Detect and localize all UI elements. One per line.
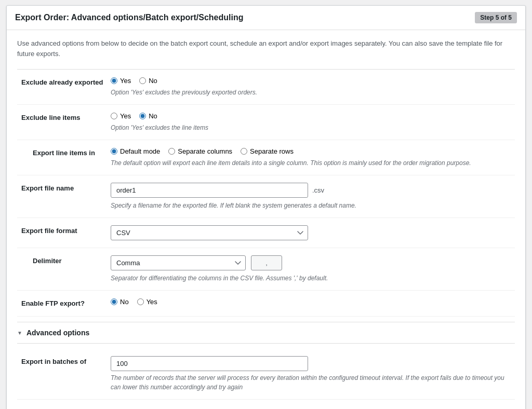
exclude-line-items-row: Exclude line items Yes No Option 'Yes' e… <box>17 105 515 140</box>
export-file-name-label: Export file name <box>17 183 111 192</box>
export-line-items-separate-rows[interactable]: Separate rows <box>241 147 294 155</box>
export-line-items-control: Default mode Separate columns Separate r… <box>111 147 515 168</box>
file-extension-suffix: .csv <box>312 186 324 194</box>
form-section: Exclude already exported Yes No Option '… <box>17 69 515 317</box>
export-batches-row: Export in batches of The number of recor… <box>17 349 515 400</box>
exclude-already-exported-no[interactable]: No <box>139 77 157 85</box>
export-line-items-row: Export line items in Default mode Separa… <box>17 140 515 175</box>
delimiter-label: Delimiter <box>17 255 111 265</box>
exclude-line-items-label: Exclude line items <box>17 112 111 121</box>
description-text: Use advanced options from below to decid… <box>17 38 515 59</box>
step-badge: Step 5 of 5 <box>475 12 517 23</box>
export-file-format-row: Export file format CSV Excel JSON XML <box>17 218 515 248</box>
exclude-already-exported-label: Exclude already exported <box>17 77 111 86</box>
export-file-format-control: CSV Excel JSON XML <box>111 225 515 240</box>
exclude-already-exported-row: Exclude already exported Yes No Option '… <box>17 70 515 105</box>
export-file-name-control: .csv Specify a filename for the exported… <box>111 183 515 210</box>
exclude-line-items-no[interactable]: No <box>139 112 157 120</box>
enable-ftp-export-row: Enable FTP export? No Yes <box>17 291 515 317</box>
export-line-items-label: Export line items in <box>17 147 111 157</box>
export-batches-control: The number of records that the server wi… <box>111 356 515 392</box>
file-name-input-group: .csv <box>111 183 515 198</box>
advanced-options-title: Advanced options <box>26 329 89 337</box>
exclude-already-exported-hint: Option 'Yes' excludes the previously exp… <box>111 88 515 97</box>
enable-ftp-export-control: No Yes <box>111 298 515 309</box>
export-modal: Export Order: Advanced options/Batch exp… <box>6 5 526 409</box>
exclude-line-items-options: Yes No <box>111 112 515 120</box>
advanced-content: Export in batches of The number of recor… <box>17 343 515 405</box>
enable-ftp-export-label: Enable FTP export? <box>17 298 111 307</box>
export-file-format-label: Export file format <box>17 225 111 235</box>
delimiter-preview-input <box>251 255 282 270</box>
modal-header: Export Order: Advanced options/Batch exp… <box>7 6 525 30</box>
delimiter-input-group: Comma Semicolon Tab Pipe <box>111 255 515 270</box>
export-batches-input[interactable] <box>111 356 308 371</box>
delimiter-row: Delimiter Comma Semicolon Tab Pipe Separ… <box>17 248 515 291</box>
export-line-items-default[interactable]: Default mode <box>111 147 160 155</box>
chevron-down-icon: ▼ <box>17 330 22 336</box>
exclude-line-items-yes[interactable]: Yes <box>111 112 131 120</box>
ftp-export-yes[interactable]: Yes <box>137 298 157 306</box>
export-batches-label: Export in batches of <box>17 356 111 365</box>
enable-ftp-export-options: No Yes <box>111 298 515 306</box>
export-batches-hint: The number of records that the server wi… <box>111 373 515 392</box>
delimiter-control: Comma Semicolon Tab Pipe Separator for d… <box>111 255 515 283</box>
export-file-format-select[interactable]: CSV Excel JSON XML <box>111 225 308 240</box>
export-file-name-row: Export file name .csv Specify a filename… <box>17 175 515 218</box>
exclude-line-items-hint: Option 'Yes' excludes the line items <box>111 123 515 132</box>
delimiter-hint: Separator for differentiating the column… <box>111 274 515 283</box>
export-line-items-options: Default mode Separate columns Separate r… <box>111 147 515 155</box>
exclude-already-exported-control: Yes No Option 'Yes' excludes the previou… <box>111 77 515 97</box>
exclude-already-exported-yes[interactable]: Yes <box>111 77 131 85</box>
export-line-items-separate-cols[interactable]: Separate columns <box>168 147 232 155</box>
export-line-items-hint: The default option will export each line… <box>111 158 515 168</box>
delimiter-select[interactable]: Comma Semicolon Tab Pipe <box>111 255 246 270</box>
advanced-toggle[interactable]: ▼ Advanced options <box>17 322 515 343</box>
export-file-name-input[interactable] <box>111 183 308 198</box>
export-file-name-hint: Specify a filename for the exported file… <box>111 201 515 210</box>
modal-body: Use advanced options from below to decid… <box>7 30 525 409</box>
ftp-export-no[interactable]: No <box>111 298 129 306</box>
exclude-already-exported-options: Yes No <box>111 77 515 85</box>
exclude-line-items-control: Yes No Option 'Yes' excludes the line it… <box>111 112 515 132</box>
advanced-section: ▼ Advanced options Export in batches of … <box>17 322 515 405</box>
modal-title: Export Order: Advanced options/Batch exp… <box>15 13 243 22</box>
